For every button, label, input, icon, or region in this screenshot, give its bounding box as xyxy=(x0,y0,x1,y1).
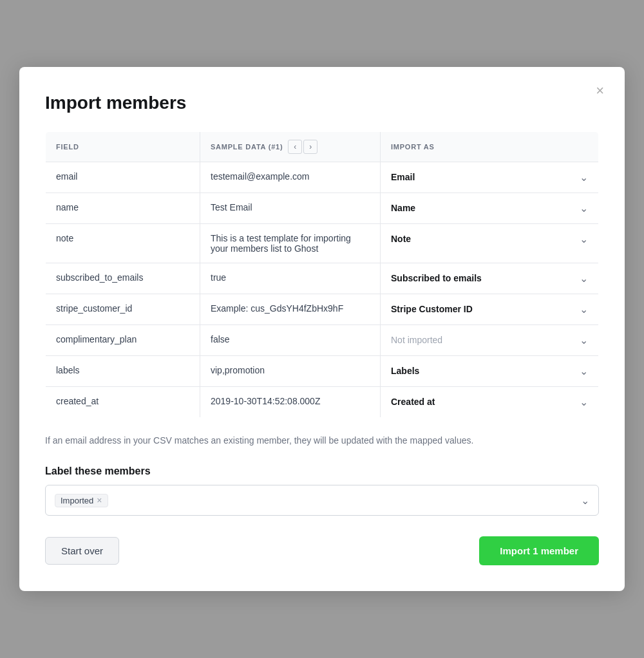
import-as-cell[interactable]: Labels⌄ xyxy=(381,355,599,386)
import-select-chevron: ⌄ xyxy=(580,365,588,377)
label-tag-remove[interactable]: × xyxy=(97,496,102,505)
sample-next-button[interactable]: › xyxy=(303,140,317,154)
field-cell: note xyxy=(46,223,200,263)
import-as-column-header: IMPORT AS xyxy=(381,131,599,162)
import-select-label: Labels xyxy=(391,366,419,376)
import-select-label: Subscribed to emails xyxy=(391,273,482,283)
sample-cell: Example: cus_GdsYH4fZbHx9hF xyxy=(200,294,381,324)
import-select-label: Email xyxy=(391,172,415,182)
import-as-cell[interactable]: Not imported⌄ xyxy=(381,324,599,355)
sample-cell: testemail@example.com xyxy=(200,162,381,193)
table-row: complimentary_planfalseNot imported⌄ xyxy=(46,324,599,355)
sample-column-header: SAMPLE DATA (#1) ‹ › xyxy=(200,131,381,162)
table-row: stripe_customer_idExample: cus_GdsYH4fZb… xyxy=(46,294,599,324)
field-cell: email xyxy=(46,162,200,193)
label-section-title: Label these members xyxy=(45,465,599,477)
sample-cell: Test Email xyxy=(200,193,381,223)
table-row: labelsvip,promotionLabels⌄ xyxy=(46,355,599,386)
sample-cell: false xyxy=(200,324,381,355)
label-dropdown-chevron: ⌄ xyxy=(581,494,589,507)
import-as-cell[interactable]: Email⌄ xyxy=(381,162,599,193)
import-select-label: Not imported xyxy=(391,335,442,345)
table-row: emailtestemail@example.comEmail⌄ xyxy=(46,162,599,193)
import-select-chevron: ⌄ xyxy=(580,396,588,408)
modal-title: Import members xyxy=(45,93,599,113)
table-row: created_at2019-10-30T14:52:08.000ZCreate… xyxy=(46,386,599,417)
import-select-chevron: ⌄ xyxy=(580,272,588,285)
import-select-chevron: ⌄ xyxy=(580,171,588,183)
field-cell: name xyxy=(46,193,200,223)
import-select-label: Note xyxy=(391,234,411,244)
sample-prev-button[interactable]: ‹ xyxy=(288,140,302,154)
import-select-label: Stripe Customer ID xyxy=(391,304,473,314)
sample-cell: vip,promotion xyxy=(200,355,381,386)
start-over-button[interactable]: Start over xyxy=(45,537,119,565)
table-row: noteThis is a test template for importin… xyxy=(46,223,599,263)
close-button[interactable]: × xyxy=(593,81,607,100)
sample-cell: This is a test template for importing yo… xyxy=(200,223,381,263)
table-row: subscribed_to_emailstrueSubscribed to em… xyxy=(46,263,599,294)
label-tag: Imported × xyxy=(55,494,108,507)
import-select-chevron: ⌄ xyxy=(580,202,588,214)
import-select-chevron: ⌄ xyxy=(580,303,588,315)
label-tags: Imported × xyxy=(55,494,108,507)
footer-actions: Start over Import 1 member xyxy=(45,536,599,565)
mapping-table: FIELD SAMPLE DATA (#1) ‹ › IMPORT AS xyxy=(45,131,599,418)
import-as-cell[interactable]: Subscribed to emails⌄ xyxy=(381,263,599,294)
sample-cell: 2019-10-30T14:52:08.000Z xyxy=(200,386,381,417)
field-cell: stripe_customer_id xyxy=(46,294,200,324)
import-as-cell[interactable]: Stripe Customer ID⌄ xyxy=(381,294,599,324)
import-as-cell[interactable]: Created at⌄ xyxy=(381,386,599,417)
info-text: If an email address in your CSV matches … xyxy=(45,433,599,447)
import-button[interactable]: Import 1 member xyxy=(479,536,599,565)
import-as-cell[interactable]: Name⌄ xyxy=(381,193,599,223)
import-select-label: Name xyxy=(391,203,415,213)
import-select-chevron: ⌄ xyxy=(580,334,588,346)
modal-overlay: × Import members FIELD SAMPLE DATA (#1) … xyxy=(0,0,644,658)
field-column-header: FIELD xyxy=(46,131,200,162)
field-cell: subscribed_to_emails xyxy=(46,263,200,294)
table-row: nameTest EmailName⌄ xyxy=(46,193,599,223)
import-select-label: Created at xyxy=(391,397,435,407)
field-cell: labels xyxy=(46,355,200,386)
import-members-modal: × Import members FIELD SAMPLE DATA (#1) … xyxy=(19,67,625,591)
label-tag-text: Imported xyxy=(61,496,93,505)
field-cell: complimentary_plan xyxy=(46,324,200,355)
label-input[interactable]: Imported × ⌄ xyxy=(45,485,599,516)
import-as-cell[interactable]: Note⌄ xyxy=(381,223,599,263)
field-cell: created_at xyxy=(46,386,200,417)
import-select-chevron: ⌄ xyxy=(580,233,588,245)
sample-cell: true xyxy=(200,263,381,294)
